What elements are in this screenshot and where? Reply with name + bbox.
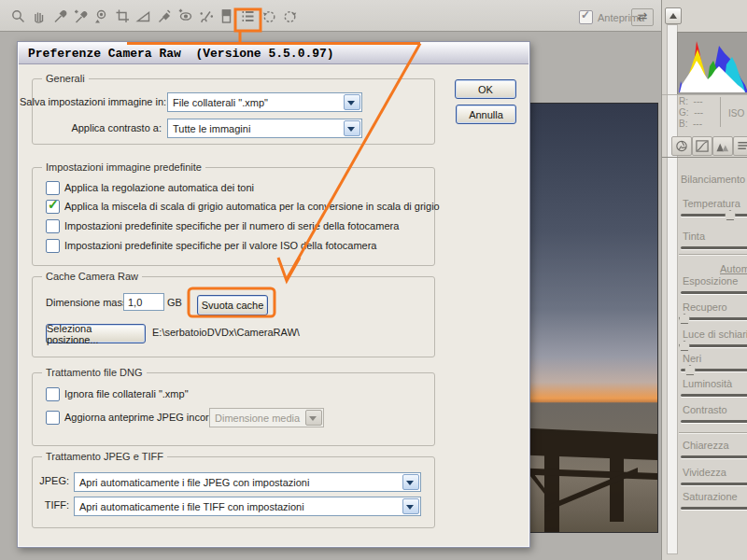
slider-track[interactable]	[681, 344, 747, 347]
jpeg-handling-value: Apri automaticamente i file JPEG con imp…	[79, 477, 309, 488]
slider-track[interactable]	[681, 246, 747, 249]
spot-removal-tool-icon[interactable]	[155, 7, 173, 25]
red-eye-tool-icon[interactable]	[176, 7, 194, 25]
hand-tool-icon[interactable]	[30, 7, 48, 25]
jpeg-handling-select[interactable]: Apri automaticamente i file JPEG con imp…	[74, 472, 421, 492]
apply-contrast-label: Applica contrasto a:	[20, 122, 162, 133]
ok-button[interactable]: OK	[455, 79, 516, 99]
slider-label: Temperatura	[683, 198, 740, 209]
slider-thumb[interactable]	[684, 365, 696, 375]
anteprima-checkbox[interactable]	[579, 10, 593, 24]
detail-tab[interactable]	[712, 136, 733, 156]
cancel-label: Annulla	[469, 109, 503, 120]
basic-tab[interactable]	[671, 136, 692, 156]
fullscreen-toggle-icon[interactable]: ⇄	[631, 8, 654, 26]
crop-tool-icon[interactable]	[114, 7, 132, 25]
purge-cache-button[interactable]: Svuota cache	[197, 295, 268, 315]
chevron-down-icon[interactable]	[402, 474, 419, 490]
defaults-label-1: Applica la miscela di scala di grigio au…	[64, 201, 440, 212]
slider-temperatura: Temperatura	[681, 198, 747, 226]
jpegtiff-group: Trattamento JPEG e TIFF	[32, 456, 435, 528]
chevron-down-icon	[305, 410, 322, 426]
dng-ignore-checkbox[interactable]	[46, 387, 60, 401]
adjustment-brush-tool-icon[interactable]	[197, 7, 215, 25]
adjustments-panel: R: --- G: --- B: --- ISO Bilanciamento b…	[661, 0, 747, 560]
hsl-grayscale-tab[interactable]	[733, 136, 747, 156]
rotate-right-tool-icon[interactable]	[281, 7, 299, 25]
generali-title: Generali	[42, 73, 89, 84]
jpegtiff-title: Trattamento JPEG e TIFF	[42, 451, 167, 462]
slider-track[interactable]	[681, 369, 747, 371]
slider-chiarezza: Chiarezza	[681, 440, 747, 468]
dng-update-checkbox[interactable]	[46, 411, 60, 425]
preferences-tool-icon[interactable]	[239, 7, 257, 25]
cache-title: Cache Camera Raw	[42, 271, 142, 282]
dng-ignore-label: Ignora file collaterali ".xmp"	[64, 388, 189, 399]
color-sampler-tool-icon[interactable]	[72, 7, 90, 25]
slider-label: Contrasto	[683, 404, 727, 415]
auto-link[interactable]: Automatico	[720, 263, 747, 274]
dng-preview-size-select: Dimensione media	[209, 408, 324, 427]
slider-luminosita: Luminosità	[681, 378, 747, 406]
cancel-button[interactable]: Annulla	[456, 105, 516, 124]
dialog-titlebar[interactable]: Preferenze Camera Raw (Versione 5.5.0.97…	[19, 43, 529, 64]
cache-group: Cache Camera Raw	[32, 276, 435, 357]
toolbar: Anteprima ⇄	[0, 0, 661, 32]
tiff-handling-value: Apri automaticamente i file TIFF con imp…	[79, 501, 304, 512]
save-settings-select[interactable]: File collaterali ".xmp"	[167, 92, 362, 112]
chevron-down-icon[interactable]	[402, 498, 419, 514]
slider-track[interactable]	[681, 317, 747, 320]
slider-recupero: Recupero	[681, 301, 747, 329]
tiff-label: TIFF:	[36, 499, 69, 511]
slider-track[interactable]	[681, 420, 747, 423]
slider-track[interactable]	[681, 507, 747, 510]
defaults-checkbox-0[interactable]	[46, 181, 60, 195]
slider-thumb[interactable]	[679, 314, 690, 324]
defaults-title: Impostazioni immagine predefinite	[42, 161, 205, 173]
defaults-checkbox-3[interactable]	[46, 239, 60, 253]
tone-curve-tab[interactable]	[692, 136, 712, 156]
slider-thumb[interactable]	[679, 341, 690, 351]
r-label: R:	[679, 96, 688, 106]
panel-scrollbar[interactable]	[667, 24, 678, 554]
chevron-down-icon[interactable]	[344, 94, 360, 110]
slider-track[interactable]	[681, 455, 747, 458]
chevron-down-icon[interactable]	[344, 120, 360, 136]
scroll-up-arrow-icon[interactable]	[665, 7, 682, 24]
select-location-label: Seleziona posizione...	[47, 323, 145, 345]
slider-thumb[interactable]	[725, 210, 736, 220]
slider-track[interactable]	[681, 291, 747, 294]
white-balance-header: Bilanciamento bianco	[681, 174, 747, 185]
defaults-checkbox-1[interactable]	[46, 200, 60, 214]
slider-track[interactable]	[681, 214, 747, 217]
cache-size-value: 1,0	[128, 297, 142, 308]
slider-track[interactable]	[681, 394, 747, 397]
slider-esposizione: Esposizione	[681, 275, 747, 303]
straighten-tool-icon[interactable]	[134, 7, 152, 25]
slider-label: Chiarezza	[683, 440, 729, 451]
slider-label: Saturazione	[683, 491, 738, 502]
slider-label: Neri	[683, 353, 701, 364]
apply-contrast-select[interactable]: Tutte le immagini	[167, 119, 362, 138]
ok-label: OK	[478, 84, 493, 95]
g-value: ---	[694, 107, 703, 118]
rotate-left-tool-icon[interactable]	[261, 7, 278, 25]
save-settings-label: Salva impostazioni immagine in:	[20, 96, 162, 107]
slider-track[interactable]	[681, 483, 747, 485]
dng-title: Trattamento file DNG	[42, 367, 147, 378]
defaults-checkbox-2[interactable]	[46, 219, 60, 233]
g-label: G:	[679, 107, 689, 118]
cache-unit-label: GB	[167, 297, 182, 308]
histogram	[677, 32, 747, 95]
defaults-label-0: Applica la regolazione automatica dei to…	[64, 182, 254, 193]
zoom-tool-icon[interactable]	[9, 7, 27, 25]
iso-metadata: ISO	[728, 108, 744, 119]
slider-contrasto: Contrasto	[681, 404, 747, 432]
histogram-graph	[678, 33, 747, 92]
select-location-button[interactable]: Seleziona posizione...	[46, 324, 146, 343]
white-balance-tool-icon[interactable]	[51, 7, 69, 25]
graduated-filter-tool-icon[interactable]	[218, 7, 235, 25]
targeted-adjustment-tool-icon[interactable]	[92, 7, 110, 25]
cache-size-input[interactable]: 1,0	[123, 293, 164, 311]
tiff-handling-select[interactable]: Apri automaticamente i file TIFF con imp…	[74, 497, 421, 516]
